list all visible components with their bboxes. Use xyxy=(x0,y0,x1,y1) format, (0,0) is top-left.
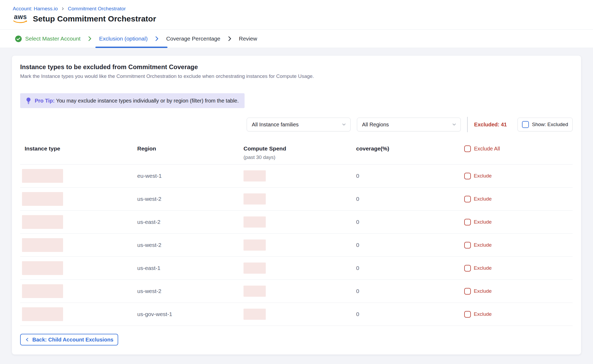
show-excluded-checkbox[interactable] xyxy=(522,121,529,128)
region-cell: us-west-2 xyxy=(137,288,244,294)
table-header-row: Instance type Region Compute Spend (past… xyxy=(20,145,573,165)
breadcrumb-page-link[interactable]: Commitment Orchestrator xyxy=(68,6,126,12)
exclude-label: Exclude xyxy=(474,173,492,179)
step-coverage-percentage[interactable]: Coverage Percentage xyxy=(166,30,220,48)
region-cell: us-west-2 xyxy=(137,196,244,202)
redacted-compute-spend xyxy=(244,239,266,251)
page-title: Setup Commitment Orchestrator xyxy=(33,14,156,23)
panel-heading: Instance types to be excluded from Commi… xyxy=(20,63,573,71)
chevron-right-icon xyxy=(87,36,93,42)
back-button[interactable]: Back: Child Account Exclusions xyxy=(20,334,118,345)
exclude-checkbox[interactable] xyxy=(464,265,471,272)
show-excluded-label: Show: Excluded xyxy=(532,122,568,127)
column-header-exclude-all: Exclude All xyxy=(464,145,573,152)
chevron-down-icon xyxy=(452,122,457,127)
coverage-cell: 0 xyxy=(353,265,464,271)
exclusions-panel: Instance types to be excluded from Commi… xyxy=(12,56,581,354)
redacted-instance-type xyxy=(22,284,63,298)
pro-tip-banner: Pro Tip: You may exclude instance types … xyxy=(20,93,245,108)
table-row: us-east-2 0 Exclude xyxy=(20,211,573,234)
exclude-label: Exclude xyxy=(474,265,492,271)
exclude-label: Exclude xyxy=(474,242,492,248)
step-exclusion-optional[interactable]: Exclusion (optional) xyxy=(99,30,148,48)
step-select-master-account[interactable]: Select Master Account xyxy=(15,30,81,48)
exclude-cell: Exclude xyxy=(464,173,573,179)
redacted-compute-spend xyxy=(244,216,266,228)
check-circle-icon xyxy=(15,35,22,42)
chevron-right-icon xyxy=(154,36,160,42)
setup-commitment-orchestrator-page: Account: Harness.io Commitment Orchestra… xyxy=(0,0,593,364)
table-row: eu-west-1 0 Exclude xyxy=(20,165,573,188)
exclusions-table: Instance type Region Compute Spend (past… xyxy=(20,145,573,326)
redacted-compute-spend xyxy=(244,263,266,274)
redacted-instance-type xyxy=(22,192,63,206)
exclude-cell: Exclude xyxy=(464,242,573,248)
excluded-count: Excluded: 41 xyxy=(474,122,507,128)
exclude-checkbox[interactable] xyxy=(464,288,471,295)
pro-tip-label: Pro Tip: xyxy=(35,98,55,104)
title-row: aws Setup Commitment Orchestrator xyxy=(13,14,593,24)
column-header-region: Region xyxy=(137,145,244,152)
exclude-checkbox[interactable] xyxy=(464,311,471,318)
step-label: Select Master Account xyxy=(25,35,81,42)
instance-families-value: All Instance families xyxy=(252,122,299,128)
instance-families-select[interactable]: All Instance families xyxy=(247,118,351,131)
region-cell: us-east-2 xyxy=(137,219,244,225)
exclude-checkbox[interactable] xyxy=(464,196,471,202)
step-label: Coverage Percentage xyxy=(166,35,220,42)
exclude-checkbox[interactable] xyxy=(464,219,471,225)
active-step-underline xyxy=(95,47,167,48)
region-cell: us-gov-west-1 xyxy=(137,311,244,317)
redacted-instance-type xyxy=(22,215,63,229)
filter-bar: All Instance families All Regions Exclud… xyxy=(20,117,573,132)
exclude-cell: Exclude xyxy=(464,288,573,295)
exclude-all-checkbox[interactable] xyxy=(464,145,471,152)
region-cell: eu-west-1 xyxy=(137,173,244,179)
regions-select[interactable]: All Regions xyxy=(357,118,461,131)
page-header: Account: Harness.io Commitment Orchestra… xyxy=(0,0,593,30)
exclude-cell: Exclude xyxy=(464,311,573,318)
step-label: Review xyxy=(239,35,257,42)
column-header-compute-spend: Compute Spend (past 30 days) xyxy=(244,145,353,160)
column-header-compute-spend-sub: (past 30 days) xyxy=(244,154,353,160)
breadcrumb: Account: Harness.io Commitment Orchestra… xyxy=(13,6,593,12)
exclude-checkbox[interactable] xyxy=(464,242,471,248)
region-cell: us-east-1 xyxy=(137,265,244,271)
aws-swoosh-icon xyxy=(13,20,28,24)
table-row: us-west-2 0 Exclude xyxy=(20,188,573,211)
redacted-instance-type xyxy=(22,261,63,275)
column-header-instance-type: Instance type xyxy=(20,145,137,152)
step-review[interactable]: Review xyxy=(239,30,257,48)
show-excluded-toggle[interactable]: Show: Excluded xyxy=(517,118,573,131)
exclude-cell: Exclude xyxy=(464,196,573,202)
coverage-cell: 0 xyxy=(353,196,464,202)
exclude-label: Exclude xyxy=(474,219,492,225)
breadcrumb-account-link[interactable]: Account: Harness.io xyxy=(13,6,58,12)
exclude-all-label: Exclude All xyxy=(474,146,500,152)
main-content: Instance types to be excluded from Commi… xyxy=(0,48,593,364)
lightbulb-icon xyxy=(26,97,31,104)
panel-subheading: Mark the Instance types you would like t… xyxy=(20,73,573,79)
aws-logo-text: aws xyxy=(14,14,27,20)
breadcrumb-separator-icon xyxy=(61,7,65,11)
pro-tip-text: You may exclude instance types individua… xyxy=(56,98,239,104)
step-label: Exclusion (optional) xyxy=(99,35,148,42)
exclude-checkbox[interactable] xyxy=(464,173,471,179)
redacted-instance-type xyxy=(22,307,63,321)
column-header-coverage: coverage(%) xyxy=(353,145,464,152)
coverage-cell: 0 xyxy=(353,219,464,225)
aws-logo: aws xyxy=(13,14,28,24)
redacted-instance-type xyxy=(22,238,63,252)
redacted-instance-type xyxy=(22,169,63,183)
table-row: us-west-2 0 Exclude xyxy=(20,234,573,257)
region-cell: us-west-2 xyxy=(137,242,244,248)
regions-value: All Regions xyxy=(362,122,389,128)
coverage-cell: 0 xyxy=(353,242,464,248)
exclude-label: Exclude xyxy=(474,196,492,202)
coverage-cell: 0 xyxy=(353,173,464,179)
exclude-label: Exclude xyxy=(474,311,492,317)
redacted-compute-spend xyxy=(244,286,266,297)
filter-divider xyxy=(467,117,468,132)
table-row: us-east-1 0 Exclude xyxy=(20,257,573,280)
exclude-cell: Exclude xyxy=(464,265,573,272)
